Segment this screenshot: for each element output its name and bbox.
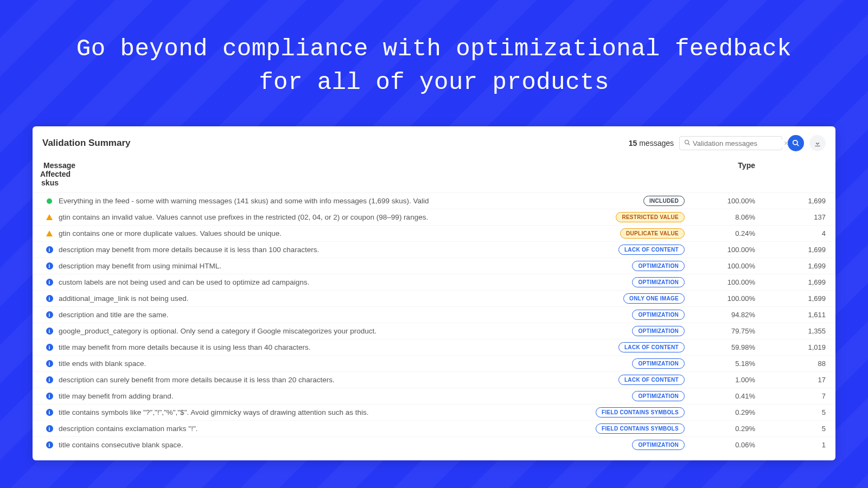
info-icon: i xyxy=(46,344,53,351)
row-percent: 94.82% xyxy=(685,311,755,319)
row-skus: 1,699 xyxy=(755,246,826,254)
type-badge: INCLUDED xyxy=(643,196,685,206)
table-row[interactable]: idescription can surely benefit from mor… xyxy=(33,371,835,388)
svg-point-0 xyxy=(685,140,689,144)
row-icon-cell: i xyxy=(40,279,59,286)
row-type: ONLY ONE IMAGE xyxy=(582,293,685,304)
info-icon: i xyxy=(46,393,53,400)
type-badge: OPTIMIZATION xyxy=(632,391,685,401)
search-icon xyxy=(684,139,691,147)
row-icon-cell: i xyxy=(40,441,59,448)
info-icon: i xyxy=(46,262,53,269)
row-skus: 137 xyxy=(755,213,826,221)
row-percent: 79.75% xyxy=(685,327,755,335)
info-icon: i xyxy=(46,409,53,416)
row-skus: 1,699 xyxy=(755,294,826,303)
table-row[interactable]: idescription and title are the same.OPTI… xyxy=(33,306,835,323)
row-icon-cell: i xyxy=(40,295,59,302)
col-type[interactable]: Type xyxy=(685,161,755,170)
panel-header: Validation Summary 15 messages × xyxy=(33,126,835,156)
row-skus: 17 xyxy=(755,376,826,384)
row-skus: 5 xyxy=(755,408,826,416)
row-message: description and title are the same. xyxy=(59,311,582,319)
row-message: description contains exclamation marks "… xyxy=(59,425,582,433)
row-icon-cell xyxy=(40,198,59,204)
search-input[interactable] xyxy=(693,139,784,147)
warning-icon xyxy=(46,230,53,236)
table-row[interactable]: ititle contains symbols like "?","!","%"… xyxy=(33,404,835,420)
row-message: title may benefit from more details beca… xyxy=(59,343,582,351)
row-type: OPTIMIZATION xyxy=(582,391,685,401)
row-icon-cell: i xyxy=(40,393,59,400)
ok-dot-icon xyxy=(47,198,52,204)
row-message: title may benefit from adding brand. xyxy=(59,392,582,400)
row-percent: 0.24% xyxy=(685,229,755,237)
row-message: title contains symbols like "?","!","%",… xyxy=(59,408,582,416)
table-row[interactable]: ititle may benefit from adding brand.OPT… xyxy=(33,388,835,404)
row-message: additional_image_link is not being used. xyxy=(59,294,582,303)
info-icon: i xyxy=(46,295,53,302)
info-icon: i xyxy=(46,279,53,286)
col-affected-skus[interactable]: Affected skus xyxy=(40,170,59,187)
row-percent: 100.00% xyxy=(685,246,755,254)
type-badge: OPTIMIZATION xyxy=(632,261,685,271)
panel-title: Validation Summary xyxy=(42,138,131,149)
row-percent: 59.98% xyxy=(685,343,755,351)
table-row[interactable]: gtin contains one or more duplicate valu… xyxy=(33,225,835,241)
row-percent: 0.41% xyxy=(685,392,755,400)
row-skus: 1,355 xyxy=(755,327,826,335)
type-badge: LACK OF CONTENT xyxy=(618,342,685,352)
search-button[interactable] xyxy=(788,135,804,151)
row-icon-cell xyxy=(40,230,59,236)
row-icon-cell: i xyxy=(40,425,59,432)
warning-icon xyxy=(46,214,53,220)
info-icon: i xyxy=(46,311,53,318)
row-type: FIELD CONTAINS SYMBOLS xyxy=(582,407,685,418)
info-icon: i xyxy=(46,246,53,253)
row-type: LACK OF CONTENT xyxy=(582,342,685,352)
row-icon-cell: i xyxy=(40,376,59,383)
validation-summary-panel: Validation Summary 15 messages × Message xyxy=(33,126,835,460)
row-type: OPTIMIZATION xyxy=(582,326,685,336)
row-skus: 1,699 xyxy=(755,278,826,286)
table-row[interactable]: ititle ends with blank space.OPTIMIZATIO… xyxy=(33,355,835,371)
table-row[interactable]: ititle may benefit from more details bec… xyxy=(33,339,835,355)
table-row[interactable]: Everything in the feed - some with warni… xyxy=(33,192,835,209)
table-row[interactable]: icustom labels are not being used and ca… xyxy=(33,274,835,290)
row-message: gtin contains an invalid value. Values c… xyxy=(59,213,582,221)
row-percent: 100.00% xyxy=(685,197,755,205)
row-icon-cell: i xyxy=(40,409,59,416)
row-percent: 8.06% xyxy=(685,213,755,221)
table-row[interactable]: idescription may benefit from using mini… xyxy=(33,258,835,274)
hero-title: Go beyond compliance with optimizational… xyxy=(0,0,868,115)
table-row[interactable]: gtin contains an invalid value. Values c… xyxy=(33,209,835,225)
type-badge: ONLY ONE IMAGE xyxy=(623,293,685,304)
svg-point-2 xyxy=(793,140,797,145)
row-message: title contains consecutive blank space. xyxy=(59,441,582,449)
table-row[interactable]: idescription may benefit from more detai… xyxy=(33,241,835,258)
row-icon-cell: i xyxy=(40,246,59,253)
row-percent: 1.00% xyxy=(685,376,755,384)
row-skus: 5 xyxy=(755,425,826,433)
row-type: RESTRICTED VALUE xyxy=(582,212,685,222)
search-input-wrap[interactable]: × xyxy=(679,136,782,150)
info-icon: i xyxy=(46,360,53,367)
row-skus: 1,019 xyxy=(755,343,826,351)
row-icon-cell: i xyxy=(40,360,59,367)
row-message: Everything in the feed - some with warni… xyxy=(59,197,582,205)
col-message[interactable]: Message xyxy=(40,161,582,170)
message-count-number: 15 xyxy=(629,139,637,147)
row-skus: 7 xyxy=(755,392,826,400)
row-icon-cell: i xyxy=(40,344,59,351)
table-row[interactable]: iadditional_image_link is not being used… xyxy=(33,290,835,306)
table-row[interactable]: idescription contains exclamation marks … xyxy=(33,420,835,436)
type-badge: OPTIMIZATION xyxy=(632,326,685,336)
row-percent: 100.00% xyxy=(685,262,755,270)
type-badge: LACK OF CONTENT xyxy=(618,245,685,255)
table-row[interactable]: igoogle_product_category is optional. On… xyxy=(33,323,835,339)
row-skus: 1 xyxy=(755,441,826,449)
row-message: description may benefit from more detail… xyxy=(59,246,582,254)
row-skus: 1,611 xyxy=(755,311,826,319)
table-row[interactable]: ititle contains consecutive blank space.… xyxy=(33,436,835,453)
download-button[interactable] xyxy=(809,135,826,151)
